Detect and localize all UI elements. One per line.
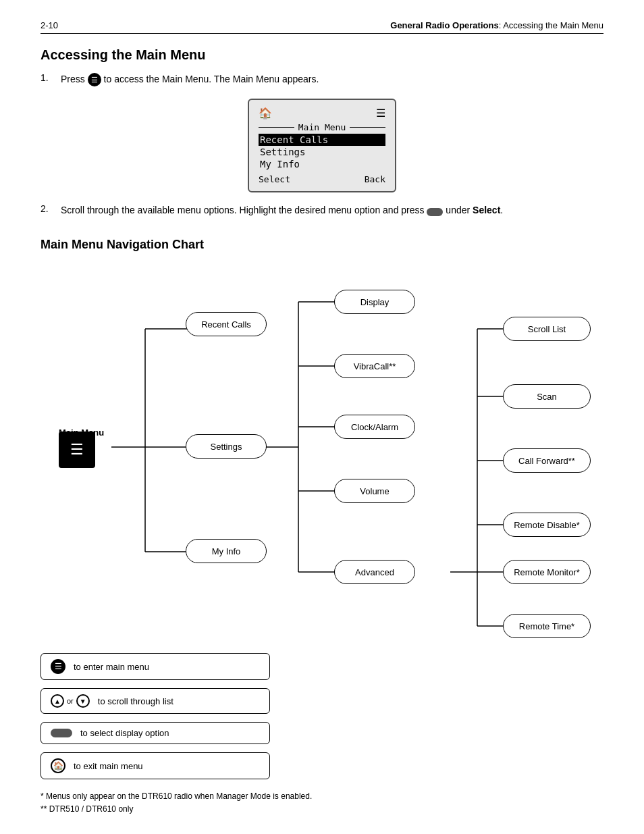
chart-settings: Settings — [186, 434, 267, 459]
chart-scan: Scan — [503, 384, 591, 409]
nav-chart: Main Menu ☰ Recent Calls Settings My Inf… — [45, 261, 599, 640]
footnote-1: * Menus only appear on the DTR610 radio … — [41, 790, 603, 803]
lcd-menu-icon: ☰ — [376, 107, 385, 120]
arrow-up-icon: ▲ — [51, 694, 64, 708]
chart-recent-calls: Recent Calls — [186, 312, 267, 336]
arrow-down-icon: ▼ — [76, 694, 90, 708]
page-number: 2-10 — [41, 20, 58, 30]
footnotes: * Menus only appear on the DTR610 radio … — [41, 790, 603, 816]
legend-item-select: to select display option — [41, 722, 270, 744]
legend-text-exit: to exit main menu — [74, 761, 143, 771]
step1-after: to access the Main Menu. The Main Menu a… — [104, 74, 319, 84]
chart-remote-disable: Remote Disable* — [503, 513, 591, 537]
step2-period: . — [500, 205, 503, 215]
step2-after: under — [446, 205, 470, 215]
lcd-item-2: My Info — [259, 158, 385, 170]
lcd-item-0: Recent Calls — [259, 134, 385, 146]
lcd-icons-row: 🏠 ☰ — [259, 107, 385, 120]
lcd-title-text: Main Menu — [294, 122, 350, 132]
step-2: 2. Scroll through the available menu opt… — [41, 203, 603, 217]
select-button-icon — [427, 208, 443, 216]
legend-item-exit: 🏠 to exit main menu — [41, 752, 270, 779]
header-normal: : Accessing the Main Menu — [499, 20, 603, 30]
lcd-screen: 🏠 ☰ Main Menu Recent Calls Settings My I… — [248, 99, 396, 192]
lcd-title-line-right — [350, 127, 385, 128]
lcd-display-container: 🏠 ☰ Main Menu Recent Calls Settings My I… — [41, 99, 603, 192]
lcd-home-icon: 🏠 — [259, 107, 272, 120]
page-header: 2-10 General Radio Operations: Accessing… — [41, 20, 603, 34]
chart-remote-monitor: Remote Monitor* — [503, 560, 591, 584]
legend-icon-select — [51, 729, 72, 737]
step-2-content: Scroll through the available menu option… — [61, 203, 603, 217]
step-1-content: Press ☰ to access the Main Menu. The Mai… — [61, 72, 603, 86]
legend-section: ☰ to enter main menu ▲ or ▼ to scroll th… — [41, 653, 297, 779]
step-2-number: 2. — [41, 203, 61, 217]
chart-scroll-list: Scroll List — [503, 317, 591, 341]
legend-item-scroll: ▲ or ▼ to scroll through list — [41, 688, 270, 714]
chart-clock-alarm: Clock/Alarm — [334, 415, 415, 439]
step-1-number: 1. — [41, 72, 61, 86]
main-menu-icon-box: ☰ — [59, 432, 95, 468]
lcd-back: Back — [365, 174, 385, 184]
menu-icon-circle: ☰ — [51, 659, 65, 674]
chart-volume: Volume — [334, 479, 415, 503]
step-1: 1. Press ☰ to access the Main Menu. The … — [41, 72, 603, 86]
legend-text-enter: to enter main menu — [74, 662, 149, 672]
lcd-item-1: Settings — [259, 146, 385, 158]
footnote-2: ** DTR510 / DTR610 only — [41, 803, 603, 816]
home-icon: 🏠 — [51, 758, 65, 773]
lcd-title-line-left — [259, 127, 294, 128]
legend-icon-menu: ☰ — [51, 659, 65, 674]
section2-title: Main Menu Navigation Chart — [41, 238, 603, 252]
lcd-bottom-row: Select Back — [259, 174, 385, 184]
lcd-select: Select — [259, 174, 290, 184]
legend-item-enter: ☰ to enter main menu — [41, 653, 270, 680]
legend-text-select: to select display option — [80, 728, 169, 738]
chart-advanced: Advanced — [334, 560, 415, 584]
chart-display: Display — [334, 290, 415, 314]
chart-my-info: My Info — [186, 539, 267, 563]
menu-button-icon: ☰ — [88, 73, 101, 86]
chart-vibracall: VibraCall** — [334, 354, 415, 378]
chart-call-forward: Call Forward** — [503, 448, 591, 473]
or-text: or — [67, 697, 74, 705]
legend-text-scroll: to scroll through list — [98, 696, 173, 706]
lcd-title-row: Main Menu — [259, 122, 385, 132]
chart-remote-time: Remote Time* — [503, 614, 591, 638]
pill-icon — [51, 729, 72, 737]
step2-text: Scroll through the available menu option… — [61, 205, 425, 215]
section1-title: Accessing the Main Menu — [41, 47, 603, 63]
step1-before: Press — [61, 74, 85, 84]
legend-icon-exit: 🏠 — [51, 758, 65, 773]
header-bold: General Radio Operations — [390, 20, 498, 30]
step2-bold: Select — [473, 205, 500, 215]
legend-icon-scroll: ▲ or ▼ — [51, 694, 90, 708]
header-title: General Radio Operations: Accessing the … — [390, 20, 603, 30]
